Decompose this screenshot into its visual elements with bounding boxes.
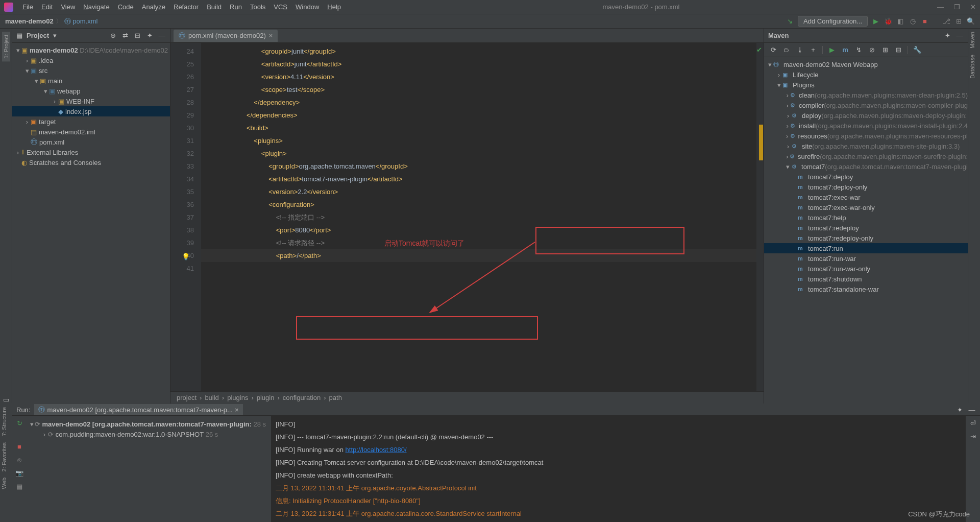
window-title: maven-demo02 - pom.xml [345, 3, 937, 11]
close-button[interactable]: ✕ [970, 3, 976, 11]
show-deps-icon[interactable]: ⊞ [881, 46, 889, 54]
breadcrumb-project[interactable]: maven-demo02 [5, 17, 54, 25]
warning-marker [759, 125, 763, 160]
run-tree[interactable]: ▾⟳ maven-demo02 [org.apache.tomcat.maven… [27, 416, 272, 522]
camera-icon[interactable]: 📷 [15, 469, 23, 477]
maven-goal-tomcat7-run-war-only[interactable]: mtomcat7:run-war-only [764, 264, 968, 274]
collapse-all-icon[interactable]: ⊟ [894, 46, 902, 54]
project-icon: ▤ [16, 32, 22, 39]
run-settings-icon[interactable]: ✦ [955, 406, 964, 414]
add-icon[interactable]: + [809, 46, 817, 54]
reload-icon[interactable]: ⟳ [769, 46, 777, 54]
pin-icon[interactable]: ⎋ [15, 456, 23, 464]
menu-tools[interactable]: Tools [246, 3, 270, 11]
profile-icon[interactable]: ◷ [909, 17, 917, 26]
dropdown-icon[interactable]: ▾ [53, 32, 57, 39]
maven-title: Maven [768, 32, 789, 39]
tab-web[interactable]: Web [0, 474, 8, 492]
menu-build[interactable]: Build [203, 3, 226, 11]
minimize-button[interactable]: — [937, 3, 944, 11]
menu-window[interactable]: Window [291, 3, 323, 11]
collapse-icon[interactable]: ⊟ [133, 32, 141, 40]
download-icon[interactable]: ⭳ [796, 46, 804, 54]
console-output[interactable]: [INFO] [INFO] --- tomcat7-maven-plugin:2… [272, 416, 966, 522]
maven-settings-icon[interactable]: ✦ [943, 32, 951, 40]
run-hide-icon[interactable]: — [968, 406, 976, 414]
breadcrumb-file[interactable]: ⓜ pom.xml [64, 17, 98, 26]
soft-wrap-icon[interactable]: ⏎ [969, 419, 977, 427]
menu-navigate[interactable]: Navigate [79, 3, 113, 11]
maven-goal-tomcat7-help[interactable]: mtomcat7:help [764, 212, 968, 223]
menu-help[interactable]: Help [323, 3, 345, 11]
menu-refactor[interactable]: Refactor [169, 3, 203, 11]
skip-tests-icon[interactable]: ⊘ [868, 46, 876, 54]
maven-tool-window: Maven ✦ — ⟳ ⫐ ⭳ + ▶ m ↯ ⊘ ⊞ ⊟ 🔧 ▾ⓜmaven-… [764, 29, 968, 404]
maven-goal-tomcat7-shutdown[interactable]: mtomcat7:shutdown [764, 274, 968, 284]
close-tab-icon[interactable]: × [269, 32, 273, 39]
tab-project[interactable]: 1: Project [2, 32, 10, 61]
maven-goal-tomcat7-deploy-only[interactable]: mtomcat7:deploy-only [764, 182, 968, 192]
maven-hide-icon[interactable]: — [955, 32, 964, 40]
bookmarks-icon[interactable]: ▭ [2, 395, 10, 404]
expand-icon[interactable]: ⇄ [121, 32, 129, 40]
menu-view[interactable]: View [57, 3, 79, 11]
rerun-icon[interactable]: ↻ [15, 419, 23, 427]
select-opened-icon[interactable]: ⊕ [109, 32, 117, 40]
maven-wrench-icon[interactable]: 🔧 [913, 46, 921, 54]
debug-icon[interactable]: 🐞 [884, 17, 892, 26]
maven-goal-tomcat7-run[interactable]: mtomcat7:run [764, 243, 968, 253]
settings-icon[interactable]: 🔍 [967, 17, 975, 26]
app-icon [4, 3, 13, 12]
watermark: CSDN @巧克力code [908, 510, 970, 519]
stop-icon[interactable]: ■ [921, 17, 929, 26]
settings-gear-icon[interactable]: ✦ [145, 32, 154, 40]
run-maven-icon[interactable]: ▶ [828, 46, 836, 54]
close-run-tab-icon[interactable]: × [235, 406, 239, 414]
execute-icon[interactable]: m [841, 46, 849, 54]
menu-code[interactable]: Code [114, 3, 138, 11]
tab-favorites[interactable]: 2: Favorites [0, 439, 8, 474]
editor-breadcrumb[interactable]: project› build› plugins› plugin› configu… [170, 391, 764, 404]
maven-goal-tomcat7-exec-war-only[interactable]: mtomcat7:exec-war-only [764, 202, 968, 212]
maven-goal-tomcat7-exec-war[interactable]: mtomcat7:exec-war [764, 192, 968, 202]
layout-icon[interactable]: ▤ [15, 482, 23, 490]
menu-analyze[interactable]: Analyze [138, 3, 169, 11]
editor-tab-pom[interactable]: ⓜpom.xml (maven-demo02)× [174, 30, 278, 42]
search-icon[interactable]: ⊞ [954, 17, 963, 26]
right-toolbar: Maven Database [968, 29, 980, 404]
tab-structure[interactable]: 7: Structure [0, 404, 8, 439]
inspection-ok-icon: ✔ [756, 46, 762, 54]
add-configuration-button[interactable]: Add Configuration... [798, 16, 868, 27]
menu-file[interactable]: File [18, 3, 37, 11]
hide-icon[interactable]: — [158, 32, 166, 40]
menu-edit[interactable]: Edit [37, 3, 57, 11]
annotation-text: 启动Tomcat就可以访问了 [384, 239, 464, 248]
maven-goal-tomcat7-redeploy-only[interactable]: mtomcat7:redeploy-only [764, 233, 968, 243]
maven-tree[interactable]: ▾ⓜmaven-demo02 Maven Webapp›▣Lifecycle▾▣… [764, 57, 968, 404]
project-tree[interactable]: ▾▣maven-demo02 D:\IDEA\code\maven-demo02… [12, 43, 170, 404]
run-tab[interactable]: ⓜmaven-demo02 [org.apache.tomcat.maven:t… [34, 404, 242, 415]
generate-icon[interactable]: ⫐ [782, 46, 791, 54]
maven-goal-tomcat7-run-war[interactable]: mtomcat7:run-war [764, 253, 968, 264]
run-icon[interactable]: ▶ [872, 17, 880, 26]
build-icon[interactable]: ↘ [786, 17, 794, 26]
editor: ⓜpom.xml (maven-demo02)× 242526272829303… [170, 29, 764, 404]
menu-bar: File Edit View Navigate Code Analyze Ref… [0, 0, 980, 14]
run-tool-window: 7: Structure 2: Favorites Web Run: ⓜmave… [0, 404, 980, 522]
analysis-strip: ✔ [756, 43, 764, 391]
scroll-end-icon[interactable]: ⇥ [969, 432, 977, 440]
menu-run[interactable]: Run [226, 3, 246, 11]
code-area[interactable]: <groupId>junit</groupId> <artifactId>jun… [201, 43, 756, 391]
maven-goal-tomcat7-redeploy[interactable]: mtomcat7:redeploy [764, 223, 968, 233]
git-icon[interactable]: ⎇ [942, 17, 950, 26]
stop-run-icon[interactable]: ■ [15, 442, 23, 450]
tab-maven[interactable]: Maven [968, 29, 976, 52]
maven-goal-tomcat7-standalone-war[interactable]: mtomcat7:standalone-war [764, 284, 968, 294]
maven-goal-tomcat7-deploy[interactable]: mtomcat7:deploy [764, 172, 968, 182]
maximize-button[interactable]: ❐ [954, 3, 960, 11]
tab-database[interactable]: Database [968, 52, 976, 82]
run-label: Run: [16, 406, 30, 414]
coverage-icon[interactable]: ◧ [896, 17, 904, 26]
toggle-offline-icon[interactable]: ↯ [854, 46, 863, 54]
menu-vcs[interactable]: VCS [270, 3, 291, 11]
